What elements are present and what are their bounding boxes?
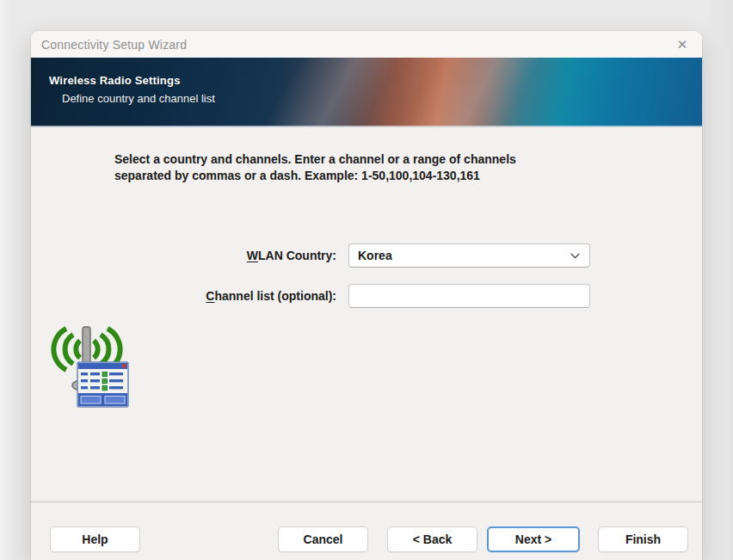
connectivity-setup-wizard-dialog: Connectivity Setup Wizard ✕ Wireless Rad… [31, 31, 702, 560]
channel-list-accesskey: C [206, 289, 214, 303]
wizard-content: Select a country and channels. Enter a c… [31, 127, 702, 502]
wlan-country-accesskey: W [247, 249, 258, 262]
button-row: Help Cancel < Back Next > Finish [31, 502, 702, 560]
back-button[interactable]: < Back [387, 526, 477, 552]
wlan-country-label-rest: LAN Country: [258, 249, 336, 262]
channel-list-label: Channel list (optional): [117, 284, 336, 308]
wlan-country-label: WLAN Country: [117, 243, 336, 268]
instruction-text: Select a country and channels. Enter a c… [114, 151, 596, 184]
banner-subtitle: Define country and channel list [62, 92, 215, 105]
wireless-radio-icon [45, 320, 131, 411]
chevron-down-icon [569, 249, 581, 262]
banner-title: Wireless Radio Settings [49, 74, 181, 87]
channel-list-input[interactable] [348, 284, 590, 308]
instruction-line-1: Select a country and channels. Enter a c… [114, 151, 596, 168]
channel-list-label-rest: hannel list (optional): [214, 289, 336, 303]
help-button[interactable]: Help [50, 526, 140, 552]
finish-button[interactable]: Finish [598, 526, 688, 552]
cancel-button[interactable]: Cancel [278, 526, 368, 552]
wlan-country-select[interactable]: Korea [348, 243, 590, 268]
wizard-header-banner: Wireless Radio Settings Define country a… [31, 58, 702, 127]
instruction-line-2: separated by commas or a dash. Example: … [114, 168, 596, 184]
next-button[interactable]: Next > [487, 526, 580, 552]
titlebar: Connectivity Setup Wizard ✕ [31, 31, 702, 58]
wlan-country-selected-value: Korea [358, 249, 569, 262]
window-title: Connectivity Setup Wizard [41, 38, 187, 52]
close-icon[interactable]: ✕ [669, 33, 695, 56]
